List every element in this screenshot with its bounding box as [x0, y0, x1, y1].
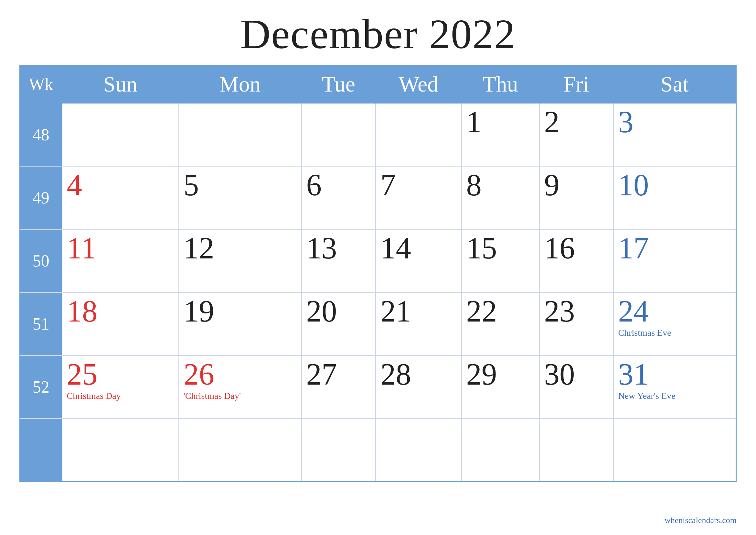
- header-mon: Mon: [179, 65, 302, 103]
- header-thu: Thu: [462, 65, 539, 103]
- day-holiday-label: Christmas Eve: [618, 328, 731, 338]
- calendar-day: 18: [62, 293, 179, 355]
- calendar-day: 22: [462, 293, 539, 355]
- week-number: 51: [20, 293, 62, 355]
- day-number: 16: [544, 233, 608, 264]
- calendar-day-empty: [376, 419, 461, 482]
- calendar-day: 25Christmas Day: [62, 355, 179, 419]
- day-number: 31: [618, 359, 731, 390]
- calendar-day: 31New Year's Eve: [613, 355, 736, 419]
- calendar-day: [376, 103, 461, 166]
- calendar-table: Wk Sun Mon Tue Wed Thu Fri Sat 481234945…: [19, 65, 737, 482]
- day-number: 23: [544, 296, 608, 327]
- calendar-day: 6: [302, 166, 376, 229]
- calendar-day: 29: [462, 355, 539, 419]
- week-number: 50: [20, 229, 62, 293]
- calendar-day: 15: [462, 229, 539, 293]
- calendar-day-empty: [62, 419, 179, 482]
- calendar-day: 17: [613, 229, 736, 293]
- header-fri: Fri: [539, 65, 613, 103]
- calendar-day: 14: [376, 229, 461, 293]
- calendar-day: 21: [376, 293, 461, 355]
- calendar-day: [302, 103, 376, 166]
- day-holiday-label: New Year's Eve: [618, 391, 731, 401]
- calendar-day: 4: [62, 166, 179, 229]
- header-sat: Sat: [613, 65, 736, 103]
- calendar-day: [179, 103, 302, 166]
- calendar-day: 7: [376, 166, 461, 229]
- watermark-link[interactable]: wheniscalendars.com: [664, 516, 737, 525]
- day-number: 26: [184, 359, 297, 390]
- calendar-day: 30: [539, 355, 613, 419]
- day-number: 6: [307, 170, 371, 201]
- day-number: 4: [67, 170, 174, 201]
- calendar-day-empty: [613, 419, 736, 482]
- calendar-day: 3: [613, 103, 736, 166]
- calendar-day: 10: [613, 166, 736, 229]
- calendar-day: [62, 103, 179, 166]
- day-number: 18: [67, 296, 174, 327]
- calendar-day: 19: [179, 293, 302, 355]
- day-number: 13: [307, 233, 371, 264]
- day-holiday-label: 'Christmas Day': [184, 391, 297, 401]
- calendar-day-empty: [179, 419, 302, 482]
- calendar-day: 5: [179, 166, 302, 229]
- calendar-day: 13: [302, 229, 376, 293]
- calendar-day: 2: [539, 103, 613, 166]
- day-number: 19: [184, 296, 297, 327]
- day-number: 5: [184, 170, 297, 201]
- calendar-day: 16: [539, 229, 613, 293]
- day-number: 21: [380, 296, 456, 327]
- day-number: 7: [380, 170, 456, 201]
- day-holiday-label: Christmas Day: [67, 391, 174, 401]
- calendar-day: 1: [462, 103, 539, 166]
- calendar-day: 28: [376, 355, 461, 419]
- calendar-day: 12: [179, 229, 302, 293]
- day-number: 12: [184, 233, 297, 264]
- week-number: 48: [20, 103, 62, 166]
- day-number: 29: [466, 359, 535, 390]
- page-title: December 2022: [240, 10, 516, 58]
- week-number-empty: [20, 419, 62, 482]
- header-sun: Sun: [62, 65, 179, 103]
- header-wk: Wk: [20, 65, 62, 103]
- calendar-day: 23: [539, 293, 613, 355]
- calendar-day: 8: [462, 166, 539, 229]
- calendar-day: 20: [302, 293, 376, 355]
- day-number: 3: [618, 107, 731, 137]
- day-number: 25: [67, 359, 174, 390]
- day-number: 14: [380, 233, 456, 264]
- calendar-day: 9: [539, 166, 613, 229]
- day-number: 22: [466, 296, 535, 327]
- week-number: 49: [20, 166, 62, 229]
- day-number: 11: [67, 233, 174, 264]
- day-number: 28: [380, 359, 456, 390]
- calendar-day: 24Christmas Eve: [613, 293, 736, 355]
- week-number: 52: [20, 355, 62, 419]
- day-number: 10: [618, 170, 731, 201]
- day-number: 15: [466, 233, 535, 264]
- calendar-day-empty: [462, 419, 539, 482]
- day-number: 9: [544, 170, 608, 201]
- day-number: 27: [307, 359, 371, 390]
- day-number: 2: [544, 107, 608, 137]
- calendar-day: 27: [302, 355, 376, 419]
- day-number: 30: [544, 359, 608, 390]
- day-number: 17: [618, 233, 731, 264]
- header-tue: Tue: [302, 65, 376, 103]
- calendar-day-empty: [302, 419, 376, 482]
- day-number: 20: [307, 296, 371, 327]
- day-number: 8: [466, 170, 535, 201]
- calendar-day: 26'Christmas Day': [179, 355, 302, 419]
- day-number: 1: [466, 107, 535, 137]
- calendar-day: 11: [62, 229, 179, 293]
- header-wed: Wed: [376, 65, 461, 103]
- day-number: 24: [618, 296, 731, 327]
- calendar-day-empty: [539, 419, 613, 482]
